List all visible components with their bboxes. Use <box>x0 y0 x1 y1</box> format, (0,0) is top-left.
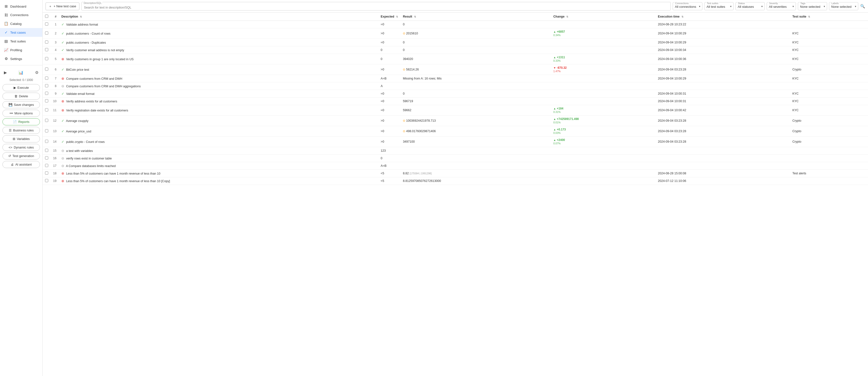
sidebar-item-connections[interactable]: ⛓Connections <box>0 11 42 19</box>
status-select[interactable]: All statuses <box>736 2 765 10</box>
row-checkbox-cell[interactable] <box>42 177 51 185</box>
row-change <box>551 21 655 28</box>
new-test-case-button[interactable]: ＋ + New test case <box>45 2 80 10</box>
row-checkbox-cell[interactable] <box>42 46 51 54</box>
row-description[interactable]: ✓ Verify customer email address is not e… <box>59 46 378 54</box>
connections-select[interactable]: All connections <box>673 2 703 10</box>
row-description[interactable]: ⊖ A Compare databases limits reached <box>59 162 378 170</box>
change-header[interactable]: Change ⇅ <box>551 13 655 21</box>
search-input[interactable] <box>81 2 671 10</box>
select-all-checkbox[interactable] <box>45 15 48 18</box>
row-checkbox[interactable] <box>45 99 48 103</box>
select-all-header[interactable] <box>42 13 51 21</box>
row-checkbox-cell[interactable] <box>42 54 51 64</box>
dynamic-rules-button[interactable]: <> Dynamic rules <box>2 144 40 151</box>
expected-header[interactable]: Expected ⇅ <box>378 13 400 21</box>
row-checkbox[interactable] <box>45 40 48 44</box>
ai-assistant-button[interactable]: 🖨 AI assistant <box>2 161 40 168</box>
reports-button[interactable]: 📄 Reports <box>2 118 40 125</box>
row-description[interactable]: ⊗ Verify address exists for all customer… <box>59 97 378 105</box>
row-checkbox[interactable] <box>45 57 48 60</box>
row-checkbox[interactable] <box>45 23 48 26</box>
row-checkbox[interactable] <box>45 140 48 143</box>
chart-icon[interactable]: 📊 <box>19 70 23 75</box>
row-description[interactable]: ✓ public.customers - Count of rows <box>59 28 378 39</box>
row-checkbox[interactable] <box>45 149 48 152</box>
row-checkbox-cell[interactable] <box>42 90 51 97</box>
row-description[interactable]: ✓ public.crypto - Count of rows <box>59 137 378 147</box>
row-checkbox-cell[interactable] <box>42 97 51 105</box>
row-checkbox-cell[interactable] <box>42 82 51 90</box>
row-checkbox-cell[interactable] <box>42 64 51 75</box>
search-icon[interactable]: 🔍 <box>860 4 865 8</box>
test-suites-select[interactable]: All test suites <box>704 2 734 10</box>
row-checkbox[interactable] <box>45 108 48 111</box>
result-header[interactable]: Result ⇅ <box>400 13 551 21</box>
row-checkbox[interactable] <box>45 171 48 175</box>
row-checkbox-cell[interactable] <box>42 39 51 46</box>
row-description[interactable]: ⊗ Verify customers in group 1 are only l… <box>59 54 378 64</box>
row-description[interactable]: ✓ Validate email format <box>59 90 378 97</box>
test-suites-select-wrapper: All test suites <box>704 2 734 10</box>
severity-select[interactable]: All severities <box>767 2 796 10</box>
row-checkbox-cell[interactable] <box>42 126 51 137</box>
row-description[interactable]: ⊗ Less than 5% of customers can have 1 m… <box>59 177 378 185</box>
description-header[interactable]: Description ⇅ <box>59 13 378 21</box>
more-options-button[interactable]: ••• More options <box>2 110 40 117</box>
execute-button[interactable]: ▶ Execute <box>2 84 40 91</box>
row-expected: A <box>378 82 400 90</box>
row-description[interactable]: ⊖ Compare customers from CRM and DWH agg… <box>59 82 378 90</box>
row-checkbox-cell[interactable] <box>42 116 51 126</box>
tags-select[interactable]: None selected <box>798 2 827 10</box>
settings-icon[interactable]: ⚙ <box>35 70 38 75</box>
save-changes-button[interactable]: 💾 Save changes <box>2 101 40 108</box>
row-checkbox-cell[interactable] <box>42 154 51 162</box>
row-checkbox-cell[interactable] <box>42 105 51 116</box>
row-checkbox-cell[interactable] <box>42 147 51 154</box>
row-checkbox[interactable] <box>45 129 48 133</box>
row-description[interactable]: ⊗ Less than 5% of customers can have 1 m… <box>59 170 378 177</box>
row-description[interactable]: ✓ Validate address format <box>59 21 378 28</box>
row-checkbox-cell[interactable] <box>42 75 51 82</box>
row-checkbox[interactable] <box>45 164 48 167</box>
row-checkbox[interactable] <box>45 67 48 71</box>
execution-time-header[interactable]: Execution time ⇅ <box>655 13 790 21</box>
row-checkbox[interactable] <box>45 31 48 35</box>
row-checkbox[interactable] <box>45 92 48 95</box>
sidebar-item-test-cases[interactable]: ✓Test cases <box>0 28 42 37</box>
delete-button[interactable]: 🗑 Delete <box>2 93 40 100</box>
row-description[interactable]: ⊖ a test with variables <box>59 147 378 154</box>
row-description[interactable]: ⊖ verify rows exist in customer table <box>59 154 378 162</box>
row-checkbox-cell[interactable] <box>42 21 51 28</box>
labels-select[interactable]: None selected <box>829 2 858 10</box>
sidebar-item-profiling[interactable]: 📈Profiling <box>0 46 42 54</box>
row-description[interactable]: ✓ BitCoin price test <box>59 64 378 75</box>
result-value: 8.812597085076272613000 <box>403 179 441 183</box>
row-checkbox[interactable] <box>45 119 48 122</box>
row-checkbox-cell[interactable] <box>42 137 51 147</box>
row-checkbox[interactable] <box>45 48 48 51</box>
row-checkbox[interactable] <box>45 77 48 80</box>
play-icon[interactable]: ▶ <box>4 70 7 75</box>
row-description[interactable]: ⊗ Compare customers from CRM and DWH <box>59 75 378 82</box>
row-description[interactable]: ✓ Average csupply <box>59 116 378 126</box>
sidebar-item-settings[interactable]: ⚙Settings <box>0 54 42 63</box>
sidebar-item-catalog[interactable]: 📋Catalog <box>0 19 42 28</box>
sidebar-item-label: Settings <box>10 57 22 61</box>
variables-button[interactable]: ⊞ Variables <box>2 135 40 142</box>
row-checkbox[interactable] <box>45 156 48 160</box>
row-description[interactable]: ✓ public.customers - Duplicates <box>59 39 378 46</box>
row-description[interactable]: ✓ Average price_usd <box>59 126 378 137</box>
sidebar-item-test-suites[interactable]: ▤Test suites <box>0 37 42 46</box>
row-checkbox[interactable] <box>45 179 48 182</box>
row-description[interactable]: ⊗ Verify registration date exists for al… <box>59 105 378 116</box>
row-change <box>551 39 655 46</box>
row-checkbox-cell[interactable] <box>42 28 51 39</box>
test-generation-button[interactable]: ↺ Test generation <box>2 152 40 160</box>
row-checkbox-cell[interactable] <box>42 170 51 177</box>
row-checkbox-cell[interactable] <box>42 162 51 170</box>
row-checkbox[interactable] <box>45 84 48 87</box>
business-rules-button[interactable]: ☰ Business rules <box>2 127 40 134</box>
test-suite-header[interactable]: Test suite ⇅ <box>790 13 868 21</box>
sidebar-item-dashboard[interactable]: ⊞Dashboard <box>0 2 42 11</box>
